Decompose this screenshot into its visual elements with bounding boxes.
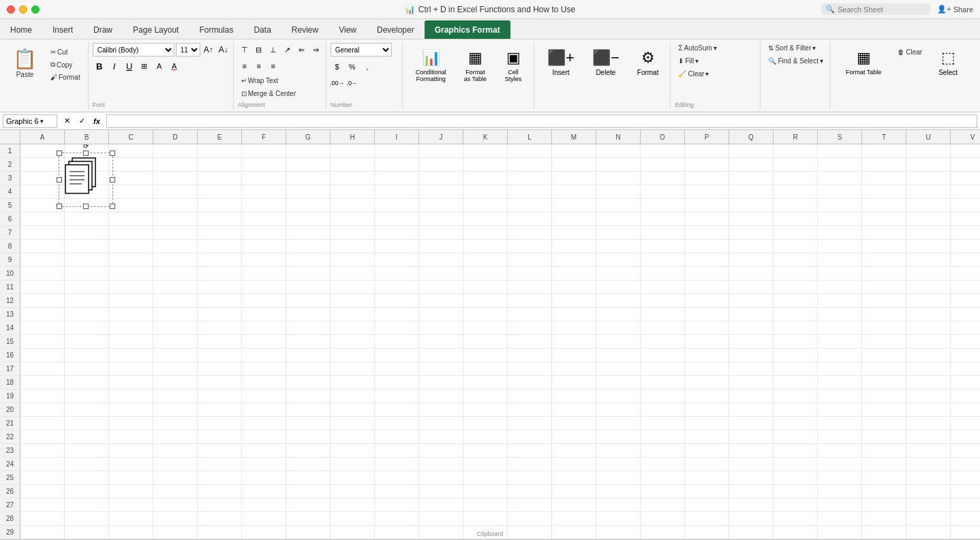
cell-25-2[interactable] <box>109 471 153 485</box>
cell-8-16[interactable] <box>729 240 774 253</box>
cell-19-7[interactable] <box>331 390 375 403</box>
cell-27-13[interactable] <box>596 498 641 512</box>
cell-21-14[interactable] <box>641 417 685 430</box>
cell-17-13[interactable] <box>596 362 641 376</box>
cell-8-13[interactable] <box>596 240 641 253</box>
cell-8-0[interactable] <box>20 240 65 253</box>
cell-8-10[interactable] <box>463 240 508 253</box>
cell-13-17[interactable] <box>774 308 818 321</box>
cell-25-5[interactable] <box>242 471 286 485</box>
cell-25-17[interactable] <box>774 471 818 485</box>
cell-26-1[interactable] <box>65 485 109 498</box>
cell-29-9[interactable] <box>419 526 463 539</box>
cell-6-11[interactable] <box>508 212 552 226</box>
cell-11-11[interactable] <box>508 281 552 294</box>
cell-26-16[interactable] <box>729 485 774 498</box>
cell-22-17[interactable] <box>774 430 818 444</box>
cell-7-8[interactable] <box>375 226 419 240</box>
cell-29-15[interactable] <box>685 526 729 539</box>
cell-14-21[interactable] <box>951 321 980 335</box>
cell-12-11[interactable] <box>508 294 552 308</box>
cell-24-0[interactable] <box>20 458 65 471</box>
cell-5-6[interactable] <box>286 199 331 212</box>
col-header-R[interactable]: R <box>774 130 818 144</box>
find-select-btn[interactable]: 🔍 Find & Select ▾ <box>765 56 826 66</box>
cell-24-8[interactable] <box>375 458 419 471</box>
resize-handle-tl[interactable] <box>57 150 62 156</box>
cell-5-18[interactable] <box>818 199 862 212</box>
cell-17-21[interactable] <box>951 362 980 376</box>
cell-27-4[interactable] <box>198 498 242 512</box>
cell-16-7[interactable] <box>331 349 375 362</box>
cell-23-6[interactable] <box>286 444 331 458</box>
row-num-7[interactable]: 7 <box>0 226 20 240</box>
cell-20-19[interactable] <box>862 403 906 417</box>
cell-2-6[interactable] <box>286 158 331 172</box>
cell-25-12[interactable] <box>552 471 596 485</box>
cell-13-13[interactable] <box>596 308 641 321</box>
cell-2-5[interactable] <box>242 158 286 172</box>
cell-29-21[interactable] <box>951 526 980 539</box>
col-header-P[interactable]: P <box>685 130 729 144</box>
cell-16-12[interactable] <box>552 349 596 362</box>
row-num-17[interactable]: 17 <box>0 362 20 376</box>
cell-10-21[interactable] <box>951 267 980 281</box>
cell-25-3[interactable] <box>153 471 198 485</box>
cell-19-3[interactable] <box>153 390 198 403</box>
search-input[interactable] <box>838 5 926 14</box>
cell-6-21[interactable] <box>951 212 980 226</box>
cell-17-18[interactable] <box>818 362 862 376</box>
cell-9-5[interactable] <box>242 253 286 267</box>
cell-18-17[interactable] <box>774 376 818 390</box>
cell-4-18[interactable] <box>818 185 862 199</box>
cell-19-14[interactable] <box>641 390 685 403</box>
cell-29-10[interactable] <box>463 526 508 539</box>
col-header-F[interactable]: F <box>242 130 286 144</box>
cell-7-21[interactable] <box>951 226 980 240</box>
cell-22-18[interactable] <box>818 430 862 444</box>
border-btn[interactable]: ⊞ <box>138 59 151 73</box>
cell-18-3[interactable] <box>153 376 198 390</box>
cell-18-14[interactable] <box>641 376 685 390</box>
cell-14-1[interactable] <box>65 321 109 335</box>
cell-12-0[interactable] <box>20 294 65 308</box>
cell-21-15[interactable] <box>685 417 729 430</box>
cell-19-2[interactable] <box>109 390 153 403</box>
cell-26-20[interactable] <box>906 485 951 498</box>
cell-5-13[interactable] <box>596 199 641 212</box>
cell-24-9[interactable] <box>419 458 463 471</box>
cut-button[interactable]: ✂ Cut <box>47 47 84 57</box>
cell-11-13[interactable] <box>596 281 641 294</box>
percent-btn[interactable]: $ <box>331 60 344 74</box>
cell-19-8[interactable] <box>375 390 419 403</box>
cell-6-5[interactable] <box>242 212 286 226</box>
cell-17-20[interactable] <box>906 362 951 376</box>
cell-4-21[interactable] <box>951 185 980 199</box>
cell-29-8[interactable] <box>375 526 419 539</box>
cell-21-17[interactable] <box>774 417 818 430</box>
cell-17-17[interactable] <box>774 362 818 376</box>
cell-14-7[interactable] <box>331 321 375 335</box>
cell-25-16[interactable] <box>729 471 774 485</box>
cell-21-2[interactable] <box>109 417 153 430</box>
cell-21-18[interactable] <box>818 417 862 430</box>
format-painter-button[interactable]: 🖌 Format <box>47 72 84 82</box>
cell-12-8[interactable] <box>375 294 419 308</box>
cell-1-16[interactable] <box>729 144 774 158</box>
cell-19-0[interactable] <box>20 390 65 403</box>
cell-20-1[interactable] <box>65 403 109 417</box>
cell-9-18[interactable] <box>818 253 862 267</box>
cell-21-10[interactable] <box>463 417 508 430</box>
underline-btn[interactable]: U <box>123 59 136 73</box>
cell-10-11[interactable] <box>508 267 552 281</box>
indent-decrease-btn[interactable]: ⇐ <box>295 43 309 57</box>
cell-3-13[interactable] <box>596 172 641 185</box>
cell-18-4[interactable] <box>198 376 242 390</box>
cell-4-19[interactable] <box>862 185 906 199</box>
tab-developer[interactable]: Developer <box>367 20 425 39</box>
function-btn[interactable]: fx <box>90 114 104 128</box>
cell-29-4[interactable] <box>198 526 242 539</box>
cell-14-3[interactable] <box>153 321 198 335</box>
cell-26-7[interactable] <box>331 485 375 498</box>
cell-16-6[interactable] <box>286 349 331 362</box>
